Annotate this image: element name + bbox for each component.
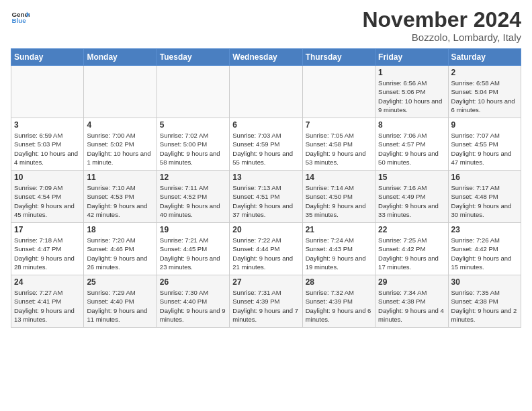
week-row-5: 24Sunrise: 7:27 AM Sunset: 4:41 PM Dayli… — [11, 275, 521, 328]
col-sunday: Sunday — [11, 49, 84, 66]
col-wednesday: Wednesday — [230, 49, 302, 66]
calendar-cell: 6Sunrise: 7:03 AM Sunset: 4:59 PM Daylig… — [230, 118, 302, 171]
title-block: November 2024 Bozzolo, Lombardy, Italy — [362, 8, 521, 43]
day-number: 18 — [87, 225, 153, 234]
week-row-1: 1Sunrise: 6:56 AM Sunset: 5:06 PM Daylig… — [11, 66, 521, 118]
day-info: Sunrise: 7:31 AM Sunset: 4:39 PM Dayligh… — [232, 288, 299, 324]
day-number: 19 — [160, 225, 226, 234]
day-info: Sunrise: 6:56 AM Sunset: 5:06 PM Dayligh… — [378, 79, 445, 114]
calendar-cell: 17Sunrise: 7:18 AM Sunset: 4:47 PM Dayli… — [11, 223, 84, 275]
svg-text:Blue: Blue — [11, 17, 26, 24]
day-info: Sunrise: 7:09 AM Sunset: 4:54 PM Dayligh… — [14, 183, 81, 219]
day-number: 30 — [451, 277, 518, 287]
col-thursday: Thursday — [302, 49, 375, 66]
day-number: 4 — [87, 120, 153, 130]
calendar-table: Sunday Monday Tuesday Wednesday Thursday… — [11, 48, 521, 328]
calendar-cell: 16Sunrise: 7:17 AM Sunset: 4:48 PM Dayli… — [448, 171, 521, 223]
day-info: Sunrise: 7:35 AM Sunset: 4:38 PM Dayligh… — [451, 288, 518, 324]
day-number: 12 — [160, 173, 226, 182]
day-number: 13 — [232, 173, 299, 182]
calendar-cell: 19Sunrise: 7:21 AM Sunset: 4:45 PM Dayli… — [157, 223, 229, 275]
day-number: 27 — [232, 277, 299, 287]
calendar-cell — [230, 66, 302, 118]
calendar-cell: 8Sunrise: 7:06 AM Sunset: 4:57 PM Daylig… — [375, 118, 448, 171]
day-info: Sunrise: 7:29 AM Sunset: 4:40 PM Dayligh… — [87, 288, 153, 324]
day-info: Sunrise: 7:30 AM Sunset: 4:40 PM Dayligh… — [160, 288, 226, 324]
day-number: 9 — [451, 120, 518, 130]
day-info: Sunrise: 7:18 AM Sunset: 4:47 PM Dayligh… — [14, 236, 81, 271]
calendar-cell: 15Sunrise: 7:16 AM Sunset: 4:49 PM Dayli… — [375, 171, 448, 223]
day-number: 3 — [14, 120, 81, 130]
calendar-cell: 3Sunrise: 6:59 AM Sunset: 5:03 PM Daylig… — [11, 118, 84, 171]
calendar-cell: 24Sunrise: 7:27 AM Sunset: 4:41 PM Dayli… — [11, 275, 84, 328]
day-number: 28 — [306, 277, 372, 287]
day-info: Sunrise: 6:58 AM Sunset: 5:04 PM Dayligh… — [451, 79, 518, 114]
day-number: 24 — [14, 277, 81, 287]
day-info: Sunrise: 7:32 AM Sunset: 4:39 PM Dayligh… — [306, 288, 372, 324]
calendar-cell: 23Sunrise: 7:26 AM Sunset: 4:42 PM Dayli… — [448, 223, 521, 275]
day-info: Sunrise: 7:22 AM Sunset: 4:44 PM Dayligh… — [232, 236, 299, 271]
day-info: Sunrise: 7:20 AM Sunset: 4:46 PM Dayligh… — [87, 236, 153, 271]
location: Bozzolo, Lombardy, Italy — [362, 32, 521, 43]
col-saturday: Saturday — [448, 49, 521, 66]
col-tuesday: Tuesday — [157, 49, 229, 66]
day-number: 29 — [378, 277, 445, 287]
day-info: Sunrise: 7:07 AM Sunset: 4:55 PM Dayligh… — [451, 131, 518, 167]
day-number: 5 — [160, 120, 226, 130]
day-number: 16 — [451, 173, 518, 182]
day-info: Sunrise: 7:16 AM Sunset: 4:49 PM Dayligh… — [378, 183, 445, 219]
day-number: 15 — [378, 173, 445, 182]
calendar-cell — [11, 66, 84, 118]
logo: General Blue — [11, 8, 30, 27]
calendar-cell: 9Sunrise: 7:07 AM Sunset: 4:55 PM Daylig… — [448, 118, 521, 171]
calendar-cell: 13Sunrise: 7:13 AM Sunset: 4:51 PM Dayli… — [230, 171, 302, 223]
calendar-cell — [157, 66, 229, 118]
calendar-cell: 4Sunrise: 7:00 AM Sunset: 5:02 PM Daylig… — [84, 118, 157, 171]
day-info: Sunrise: 7:34 AM Sunset: 4:38 PM Dayligh… — [378, 288, 445, 324]
day-info: Sunrise: 7:00 AM Sunset: 5:02 PM Dayligh… — [87, 131, 153, 167]
day-info: Sunrise: 7:26 AM Sunset: 4:42 PM Dayligh… — [451, 236, 518, 271]
week-row-4: 17Sunrise: 7:18 AM Sunset: 4:47 PM Dayli… — [11, 223, 521, 275]
calendar-cell: 29Sunrise: 7:34 AM Sunset: 4:38 PM Dayli… — [375, 275, 448, 328]
day-number: 11 — [87, 173, 153, 182]
calendar-cell: 30Sunrise: 7:35 AM Sunset: 4:38 PM Dayli… — [448, 275, 521, 328]
day-info: Sunrise: 7:14 AM Sunset: 4:50 PM Dayligh… — [306, 183, 372, 219]
day-number: 23 — [451, 225, 518, 234]
calendar-cell: 5Sunrise: 7:02 AM Sunset: 5:00 PM Daylig… — [157, 118, 229, 171]
calendar-cell: 2Sunrise: 6:58 AM Sunset: 5:04 PM Daylig… — [448, 66, 521, 118]
header-row: Sunday Monday Tuesday Wednesday Thursday… — [11, 49, 521, 66]
day-info: Sunrise: 7:03 AM Sunset: 4:59 PM Dayligh… — [232, 131, 299, 167]
day-info: Sunrise: 7:06 AM Sunset: 4:57 PM Dayligh… — [378, 131, 445, 167]
day-number: 14 — [306, 173, 372, 182]
col-friday: Friday — [375, 49, 448, 66]
day-number: 6 — [232, 120, 299, 130]
day-number: 25 — [87, 277, 153, 287]
header: General Blue November 2024 Bozzolo, Lomb… — [11, 8, 521, 43]
day-info: Sunrise: 7:02 AM Sunset: 5:00 PM Dayligh… — [160, 131, 226, 167]
week-row-3: 10Sunrise: 7:09 AM Sunset: 4:54 PM Dayli… — [11, 171, 521, 223]
day-info: Sunrise: 7:10 AM Sunset: 4:53 PM Dayligh… — [87, 183, 153, 219]
day-info: Sunrise: 6:59 AM Sunset: 5:03 PM Dayligh… — [14, 131, 81, 167]
day-number: 17 — [14, 225, 81, 234]
calendar-cell: 20Sunrise: 7:22 AM Sunset: 4:44 PM Dayli… — [230, 223, 302, 275]
day-number: 26 — [160, 277, 226, 287]
calendar-cell: 18Sunrise: 7:20 AM Sunset: 4:46 PM Dayli… — [84, 223, 157, 275]
day-info: Sunrise: 7:21 AM Sunset: 4:45 PM Dayligh… — [160, 236, 226, 271]
calendar-cell — [84, 66, 157, 118]
calendar-cell: 25Sunrise: 7:29 AM Sunset: 4:40 PM Dayli… — [84, 275, 157, 328]
col-monday: Monday — [84, 49, 157, 66]
calendar-cell: 12Sunrise: 7:11 AM Sunset: 4:52 PM Dayli… — [157, 171, 229, 223]
day-number: 20 — [232, 225, 299, 234]
week-row-2: 3Sunrise: 6:59 AM Sunset: 5:03 PM Daylig… — [11, 118, 521, 171]
day-info: Sunrise: 7:25 AM Sunset: 4:42 PM Dayligh… — [378, 236, 445, 271]
day-info: Sunrise: 7:11 AM Sunset: 4:52 PM Dayligh… — [160, 183, 226, 219]
day-info: Sunrise: 7:17 AM Sunset: 4:48 PM Dayligh… — [451, 183, 518, 219]
calendar-cell: 26Sunrise: 7:30 AM Sunset: 4:40 PM Dayli… — [157, 275, 229, 328]
day-number: 22 — [378, 225, 445, 234]
calendar-cell: 1Sunrise: 6:56 AM Sunset: 5:06 PM Daylig… — [375, 66, 448, 118]
day-number: 7 — [306, 120, 372, 130]
day-number: 10 — [14, 173, 81, 182]
calendar-cell: 11Sunrise: 7:10 AM Sunset: 4:53 PM Dayli… — [84, 171, 157, 223]
calendar-cell — [302, 66, 375, 118]
calendar-cell: 22Sunrise: 7:25 AM Sunset: 4:42 PM Dayli… — [375, 223, 448, 275]
